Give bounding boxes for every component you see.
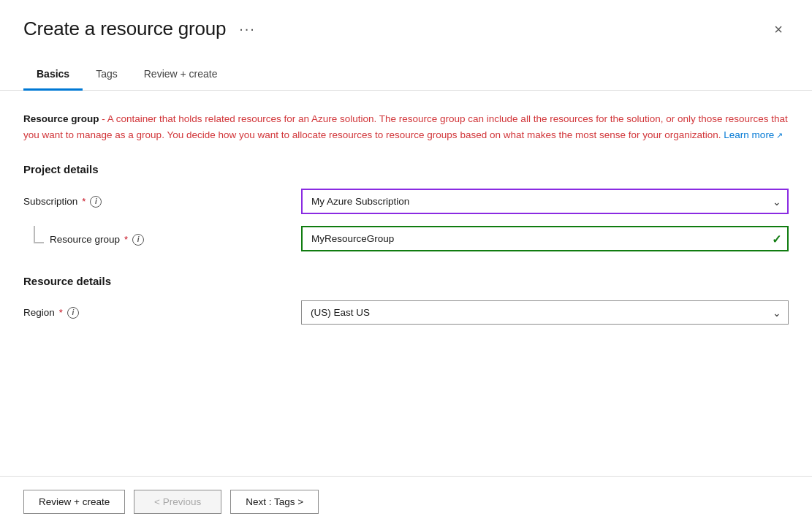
region-row: Region * i (US) East US ⌄: [23, 300, 789, 325]
subscription-row: Subscription * i My Azure Subscription ⌄: [23, 189, 789, 214]
resource-group-select-wrapper: MyResourceGroup ✓: [301, 226, 789, 251]
region-select-wrapper: (US) East US ⌄: [301, 300, 789, 325]
resource-details-section: Resource details Region * i (US) East US…: [23, 275, 789, 325]
dialog-header: Create a resource group ··· ×: [0, 0, 812, 40]
region-label: Region: [23, 307, 55, 318]
resource-group-label: Resource group: [50, 234, 120, 245]
region-control: (US) East US ⌄: [301, 300, 789, 325]
review-create-button[interactable]: Review + create: [23, 490, 125, 514]
connector-vertical: [34, 226, 35, 242]
resource-group-control: MyResourceGroup ✓: [301, 226, 789, 251]
dialog-title: Create a resource group: [23, 18, 226, 40]
resource-details-title: Resource details: [23, 275, 789, 287]
project-details-section: Project details Subscription * i My Azur…: [23, 163, 789, 251]
region-select[interactable]: (US) East US: [301, 300, 789, 325]
subscription-info-icon[interactable]: i: [90, 196, 102, 208]
dialog-ellipsis[interactable]: ···: [235, 19, 260, 39]
rg-label-area: Resource group * i: [23, 226, 301, 251]
resource-group-required: *: [124, 234, 128, 245]
tab-basics[interactable]: Basics: [23, 61, 83, 91]
description-bold: Resource group: [23, 113, 99, 124]
description-text: Resource group - A container that holds …: [23, 111, 789, 143]
region-label-col: Region * i: [23, 307, 301, 319]
connector-horizontal: [34, 242, 44, 243]
tab-tags[interactable]: Tags: [83, 61, 131, 91]
subscription-select-wrapper: My Azure Subscription ⌄: [301, 189, 789, 214]
subscription-required: *: [82, 196, 86, 207]
next-tags-button[interactable]: Next : Tags >: [230, 490, 319, 514]
resource-group-container: Resource group * i MyResourceGroup ✓: [23, 226, 789, 251]
dialog-body: Resource group - A container that holds …: [0, 91, 812, 476]
close-button[interactable]: ×: [768, 19, 789, 39]
project-details-title: Project details: [23, 163, 789, 175]
region-required: *: [59, 307, 63, 318]
resource-group-select[interactable]: MyResourceGroup: [301, 226, 789, 251]
subscription-select[interactable]: My Azure Subscription: [301, 189, 789, 214]
tab-bar: Basics Tags Review + create: [0, 46, 812, 91]
subscription-label: Subscription: [23, 196, 77, 207]
create-resource-group-dialog: Create a resource group ··· × Basics Tag…: [0, 0, 812, 527]
previous-button: < Previous: [134, 490, 221, 514]
learn-more-link[interactable]: Learn more: [724, 129, 783, 140]
subscription-control: My Azure Subscription ⌄: [301, 189, 789, 214]
dialog-title-row: Create a resource group ···: [23, 18, 260, 40]
resource-group-info-icon[interactable]: i: [132, 234, 144, 246]
connector-visual: [23, 226, 44, 251]
tab-review-create[interactable]: Review + create: [131, 61, 231, 91]
rg-label-col: Resource group * i: [47, 226, 144, 251]
region-info-icon[interactable]: i: [67, 307, 79, 319]
subscription-label-col: Subscription * i: [23, 196, 301, 208]
dialog-footer: Review + create < Previous Next : Tags >: [0, 476, 812, 527]
description-body: - A container that holds related resourc…: [23, 113, 788, 140]
